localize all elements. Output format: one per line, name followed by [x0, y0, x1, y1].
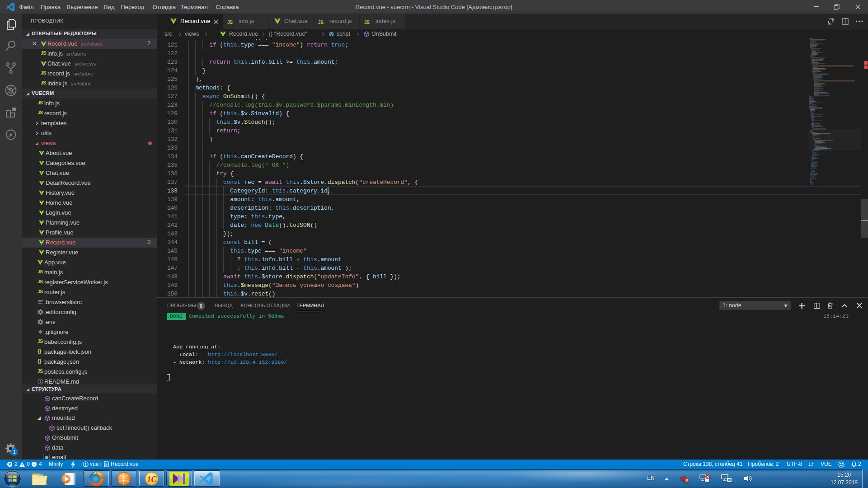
- svg-text:1С: 1С: [147, 475, 157, 484]
